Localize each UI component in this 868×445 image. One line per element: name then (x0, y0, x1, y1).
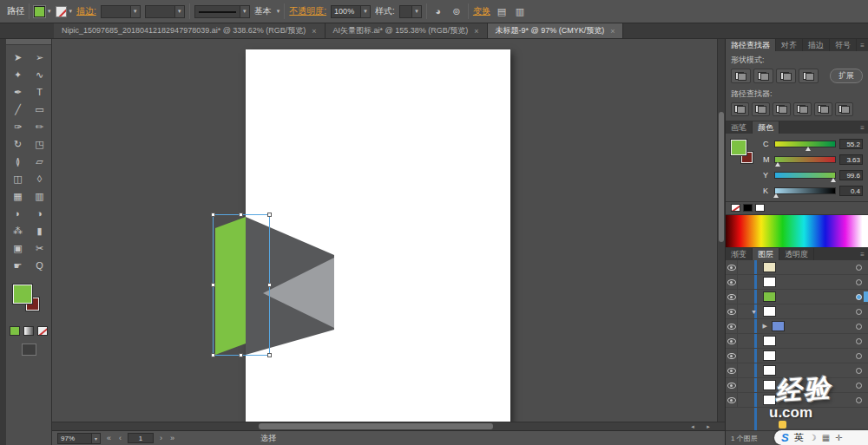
layer-row[interactable]: ▶ (726, 319, 868, 334)
disclosure-triangle-open[interactable]: ▼ (738, 309, 759, 315)
pencil-tool[interactable]: ✏ (29, 118, 50, 135)
screen-mode-button[interactable] (22, 344, 36, 356)
vertical-scrollbar-thumb[interactable] (719, 112, 724, 242)
unite-button[interactable] (731, 69, 751, 83)
brush-basic-value[interactable]: 基本 (254, 5, 272, 17)
column-graph-tool[interactable]: ▮ (29, 222, 50, 239)
document-tab-active[interactable]: 未标题-9* @ 97% (CMYK/预览) × (488, 23, 624, 38)
align-icon[interactable]: ▤ (495, 6, 509, 17)
selection-handle[interactable] (211, 283, 215, 287)
fill-color-dropdown[interactable]: ▾ (34, 6, 51, 17)
sogou-logo-icon[interactable]: S (781, 431, 789, 444)
layer-row[interactable] (726, 260, 868, 275)
tab-pathfinder[interactable]: 路径查找器 (726, 39, 776, 51)
type-tool[interactable]: T (29, 83, 50, 101)
magic-wand-tool[interactable]: ✦ (7, 66, 29, 83)
rotate-tool[interactable]: ↻ (7, 135, 29, 153)
color-spectrum[interactable] (726, 215, 868, 248)
close-icon[interactable]: × (312, 27, 316, 36)
selection-handle[interactable] (211, 213, 215, 217)
gradient-tool[interactable]: ▥ (29, 187, 50, 205)
visibility-toggle[interactable] (726, 319, 738, 333)
visibility-toggle[interactable] (726, 378, 738, 392)
fill-swatch[interactable] (13, 285, 32, 304)
selection-bounding-box[interactable] (213, 214, 270, 356)
yellow-slider[interactable] (774, 172, 836, 179)
layer-row-selected[interactable] (726, 290, 868, 304)
chevron-down-icon[interactable]: ▾ (360, 6, 370, 17)
select-similar-icon[interactable]: ⊚ (450, 6, 464, 17)
rectangle-tool[interactable]: ▭ (29, 101, 50, 118)
style-dropdown[interactable]: ▾ (399, 5, 422, 18)
hand-tool[interactable]: ☛ (7, 257, 29, 274)
exclude-button[interactable] (799, 69, 819, 83)
scroll-left-icon[interactable]: ◂ (687, 422, 699, 430)
cyan-value[interactable]: 55.2 (839, 139, 863, 149)
document-tab[interactable]: AI矢量图标.ai* @ 155.38% (RGB/预览) × (326, 23, 488, 38)
horizontal-scrollbar-thumb[interactable] (259, 423, 493, 429)
outline-button[interactable] (814, 102, 832, 116)
trim-button[interactable] (752, 102, 770, 116)
opacity-link[interactable]: 不透明度: (289, 5, 326, 17)
opacity-dropdown[interactable]: 100% ▾ (331, 5, 371, 18)
cyan-slider[interactable] (774, 141, 836, 147)
tab-stroke[interactable]: 描边 (803, 39, 830, 51)
horizontal-scrollbar[interactable]: ◂ ▸ (52, 422, 725, 430)
document-tab[interactable]: Nipic_15097685_20180412182947978039.ai* … (54, 23, 326, 38)
scale-tool[interactable]: ◳ (29, 135, 50, 153)
width-tool[interactable]: ≬ (7, 153, 29, 170)
selection-handle[interactable] (211, 353, 215, 357)
perspective-grid-tool[interactable]: ◊ (29, 170, 50, 187)
black-swatch[interactable] (743, 204, 753, 212)
visibility-toggle[interactable] (726, 304, 738, 318)
panel-menu-icon[interactable]: ≡ (857, 39, 868, 51)
visibility-toggle[interactable] (726, 260, 738, 274)
vertical-scrollbar[interactable] (717, 39, 725, 422)
scroll-right-icon[interactable]: ▸ (702, 422, 714, 430)
target-circle[interactable] (856, 294, 862, 300)
visibility-toggle[interactable] (726, 290, 738, 304)
crop-button[interactable] (793, 102, 812, 116)
visibility-toggle[interactable] (726, 334, 738, 348)
width-profile-dropdown[interactable]: ▾ (145, 5, 185, 18)
selection-tool[interactable]: ➤ (7, 49, 29, 66)
transform-link[interactable]: 变换 (473, 5, 490, 17)
recolor-artwork-icon[interactable]: ◕ (431, 6, 445, 16)
distribute-icon[interactable]: ▥ (513, 6, 527, 17)
selection-handle[interactable] (267, 283, 272, 287)
chevron-down-icon[interactable]: ▾ (174, 6, 184, 17)
tools-panel-header[interactable] (6, 39, 51, 45)
stroke-panel-link[interactable]: 描边: (76, 5, 96, 17)
target-circle[interactable] (856, 368, 862, 374)
tab-brushes[interactable]: 画笔 (726, 121, 753, 134)
tab-align[interactable]: 对齐 (776, 39, 803, 51)
night-mode-icon[interactable]: ☽ (809, 433, 817, 442)
visibility-toggle[interactable] (726, 363, 738, 377)
tab-layers[interactable]: 图层 (753, 248, 779, 260)
merge-button[interactable] (773, 102, 791, 116)
target-circle[interactable] (856, 309, 862, 315)
tab-color[interactable]: 颜色 (753, 121, 779, 134)
selection-handle[interactable] (267, 213, 272, 217)
shape-builder-tool[interactable]: ◫ (7, 170, 29, 187)
target-circle[interactable] (856, 265, 862, 271)
tab-symbols[interactable]: 符号 (830, 39, 857, 51)
artboard-number-field[interactable]: 1 (128, 433, 154, 443)
black-value[interactable]: 0.4 (839, 186, 863, 196)
ime-toolbar[interactable]: S 英 ☽ ▦ ✛ (774, 430, 868, 445)
stroke-weight-dropdown[interactable]: ▾ (101, 5, 141, 18)
divide-button[interactable] (731, 102, 749, 116)
none-button[interactable] (37, 326, 48, 336)
chevron-down-icon[interactable]: ▾ (411, 6, 421, 17)
chevron-down-icon[interactable]: ▾ (130, 6, 140, 17)
none-swatch[interactable] (731, 204, 740, 212)
artboard-tool[interactable]: ▣ (7, 239, 29, 257)
selection-handle[interactable] (267, 353, 272, 357)
keyboard-icon[interactable]: ▦ (822, 433, 830, 442)
selection-handle[interactable] (239, 213, 243, 217)
free-transform-tool[interactable]: ▱ (29, 153, 50, 170)
selection-handle[interactable] (239, 353, 243, 357)
target-circle[interactable] (856, 324, 862, 330)
layer-row[interactable] (726, 275, 868, 290)
brush-definition-dropdown[interactable]: ▾ (194, 5, 250, 18)
